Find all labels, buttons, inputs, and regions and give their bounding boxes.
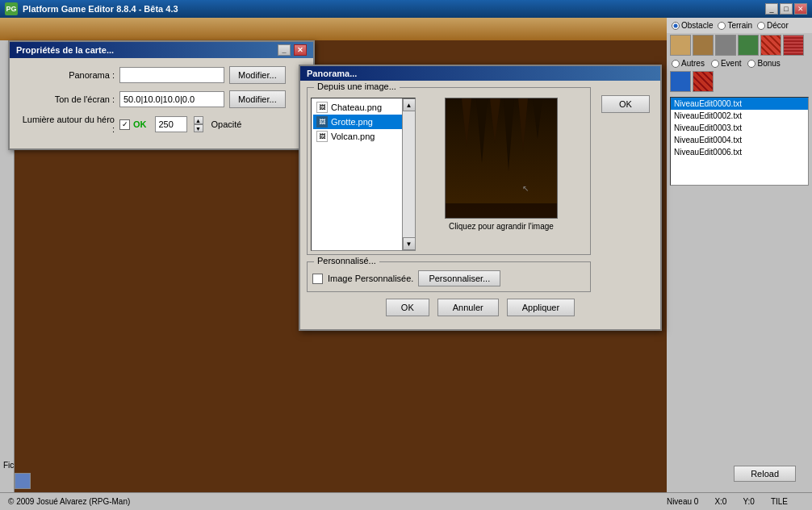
file-item-3[interactable]: NiveauEdit0004.txt [671,134,808,146]
svg-rect-0 [446,98,558,219]
ton-input[interactable] [119,91,224,107]
event-radio[interactable]: Event [711,59,742,68]
minimize-button[interactable]: _ [765,3,778,15]
opacite-value[interactable] [155,116,187,132]
spinner-down[interactable]: ▼ [194,124,203,132]
lumiere-checkbox[interactable]: ✓ [119,119,130,130]
ton-label: Ton de l'écran : [18,94,115,104]
tiles-row-2 [667,69,812,94]
props-minimize-button[interactable]: _ [278,44,291,56]
custom-group-label: Personnalisé... [314,256,379,265]
panorama-dialog: Panorama... Depuis une image... 🖼 Chatea… [299,65,662,331]
pano-main-content: Depuis une image... 🖼 Chateau.png 🖼 [307,87,654,292]
file-icon-volcan: 🖼 [316,131,328,142]
tile-3[interactable] [738,35,759,56]
pano-ok-button[interactable]: OK [601,95,650,113]
file-item-4[interactable]: NiveauEdit0006.txt [671,146,808,158]
pano-footer-ok-button[interactable]: OK [386,299,429,316]
decor-label: Décor [767,21,789,30]
pano-listbox-scrollbar[interactable]: ▲ ▼ [402,98,415,250]
props-dialog-title: Propriétés de la carte... _ ✕ [10,42,313,58]
scroll-track [403,111,415,237]
cave-svg: ↖ [446,98,558,219]
niveau-text: Niveau 0 [667,497,698,506]
autres-radio[interactable]: Autres [672,59,705,68]
terrain-label: Terrain [727,21,752,30]
scroll-up-btn[interactable]: ▲ [403,98,416,111]
pano-footer-appliquer-button[interactable]: Appliquer [507,299,575,316]
close-button[interactable]: ✕ [794,3,807,15]
pano-file-grotte[interactable]: 🖼 Grotte.png [313,115,413,129]
tile-7[interactable] [693,71,714,92]
grotte-label: Grotte.png [331,117,373,127]
volcan-label: Volcan.png [331,132,375,141]
modifier1-button[interactable]: Modifier... [229,66,286,84]
panorama-label: Panorama : [18,70,115,80]
status-bar: © 2009 Josué Alvarez (RPG-Man) Niveau 0 … [0,492,812,510]
svg-rect-7 [446,203,558,219]
spinner: ▲ ▼ [194,116,203,132]
y-coord: Y:0 [743,497,754,506]
pano-group-content: 🖼 Chateau.png 🖼 Grotte.png 🖼 Volcan.png [311,91,587,251]
from-image-group: Depuis une image... 🖼 Chateau.png 🖼 [307,87,591,255]
decor-radio[interactable]: Décor [757,21,789,30]
file-icon-chateau: 🖼 [316,102,328,113]
panorama-dialog-body: Depuis une image... 🖼 Chateau.png 🖼 [300,81,660,329]
bonus-radio-circle [747,60,755,68]
file-listbox[interactable]: NiveauEdit0000.txt NiveauEdit0002.txt Ni… [670,97,809,186]
lumiere-row: Lumière autour du héro : ✓ OK ▲ ▼ Opacit… [18,115,305,134]
pano-file-volcan[interactable]: 🖼 Volcan.png [313,129,413,144]
panorama-row: Panorama : Modifier... [18,66,305,84]
from-image-section: Depuis une image... 🖼 Chateau.png 🖼 [307,87,591,292]
obstacle-label: Obstacle [681,21,713,30]
tile-1[interactable] [693,35,714,56]
from-image-group-label: Depuis une image... [314,82,400,91]
file-item-1[interactable]: NiveauEdit0002.txt [671,110,808,122]
tile-2[interactable] [715,35,736,56]
tile-6[interactable] [670,71,691,92]
preview-caption: Cliquez pour agrandir l'image [449,222,554,231]
terrain-radio[interactable]: Terrain [718,21,752,30]
pano-file-listbox-inner: 🖼 Chateau.png 🖼 Grotte.png 🖼 Volcan.png [312,98,415,145]
panorama-dialog-title: Panorama... [300,66,660,81]
title-bar: PG Platform Game Editor 8.8.4 - Bêta 4.3… [0,0,812,18]
obstacle-radio[interactable]: Obstacle [672,21,713,30]
lumiere-checkbox-row: ✓ OK [119,119,147,130]
tile-text: TILE [771,497,788,506]
file-item-2[interactable]: NiveauEdit0003.txt [671,122,808,134]
reload-button[interactable]: Reload [734,466,796,482]
tile-0[interactable] [670,35,691,56]
event-label: Event [721,59,742,68]
custom-group: Personnalisé... Image Personnalisée. Per… [307,261,591,292]
modifier2-button[interactable]: Modifier... [229,90,286,108]
preview-image[interactable]: ↖ [445,98,558,219]
file-item-0[interactable]: NiveauEdit0000.txt [671,98,808,110]
radio-row-bottom: Autres Event Bonus [667,57,812,69]
fic-label: Fic [3,461,14,470]
custom-image-checkbox[interactable] [312,274,323,284]
custom-image-label: Image Personnalisée. [328,274,413,283]
props-close-button[interactable]: ✕ [294,44,307,56]
ok-label: OK [133,119,147,129]
event-radio-circle [711,60,719,68]
scroll-down-btn[interactable]: ▼ [403,237,416,250]
tile-4[interactable] [760,35,781,56]
props-title-text: Propriétés de la carte... [16,45,114,55]
spinner-up[interactable]: ▲ [194,116,203,124]
maximize-button[interactable]: □ [780,3,793,15]
chateau-label: Chateau.png [331,102,382,112]
panorama-input[interactable] [119,67,224,83]
tile-5[interactable] [783,35,804,56]
pano-file-chateau[interactable]: 🖼 Chateau.png [313,100,413,115]
personnaliser-button[interactable]: Personnaliser... [418,270,500,286]
pano-footer-annuler-button[interactable]: Annuler [437,299,499,316]
bonus-radio[interactable]: Bonus [747,59,780,68]
pano-file-listbox[interactable]: 🖼 Chateau.png 🖼 Grotte.png 🖼 Volcan.png [311,98,416,251]
bottom-left-icon[interactable] [15,473,31,489]
panorama-title-text: Panorama... [307,69,357,78]
props-dialog: Propriétés de la carte... _ ✕ Panorama :… [8,40,315,150]
opacite-text: Opacité [211,119,242,129]
autres-radio-circle [672,60,680,68]
copyright-text: © 2009 Josué Alvarez (RPG-Man) [8,497,130,506]
lumiere-label: Lumière autour du héro : [18,115,115,134]
